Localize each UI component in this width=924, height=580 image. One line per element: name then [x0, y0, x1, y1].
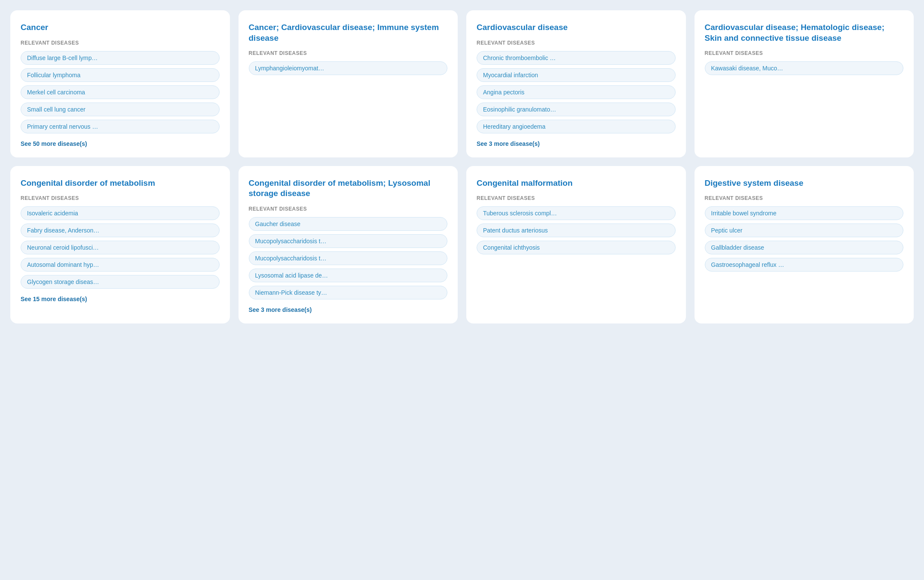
disease-tag[interactable]: Autosomal dominant hyp…: [21, 258, 220, 272]
disease-tags: Lymphangioleiomyomat…: [249, 61, 448, 75]
disease-cards-grid: CancerRelevant diseasesDiffuse large B-c…: [10, 10, 914, 323]
relevant-label: Relevant diseases: [21, 40, 220, 46]
disease-tag[interactable]: Angina pectoris: [477, 85, 676, 99]
relevant-label: Relevant diseases: [705, 195, 904, 201]
disease-tag[interactable]: Follicular lymphoma: [21, 68, 220, 82]
disease-tag[interactable]: Kawasaki disease, Muco…: [705, 61, 904, 75]
disease-tag[interactable]: Chronic thromboembolic …: [477, 51, 676, 65]
relevant-label: Relevant diseases: [477, 40, 676, 46]
disease-tag[interactable]: Gallbladder disease: [705, 241, 904, 254]
disease-tag[interactable]: Myocardial infarction: [477, 68, 676, 82]
relevant-label: Relevant diseases: [249, 50, 448, 56]
card-title: Cancer: [21, 22, 220, 33]
relevant-label: Relevant diseases: [21, 195, 220, 201]
see-more-link[interactable]: See 15 more disease(s): [21, 296, 220, 302]
disease-tag[interactable]: Peptic ulcer: [705, 224, 904, 237]
disease-tag[interactable]: Mucopolysaccharidosis t…: [249, 234, 448, 248]
see-more-link[interactable]: See 50 more disease(s): [21, 140, 220, 147]
card-digestive-system: Digestive system diseaseRelevant disease…: [695, 166, 914, 323]
disease-tag[interactable]: Gaucher disease: [249, 217, 448, 231]
disease-tag[interactable]: Tuberous sclerosis compl…: [477, 206, 676, 220]
disease-tag[interactable]: Irritable bowel syndrome: [705, 206, 904, 220]
card-title: Congenital disorder of metabolism: [21, 178, 220, 189]
card-title: Cardiovascular disease; Hematologic dise…: [705, 22, 904, 43]
card-title: Congenital disorder of metabolism; Lysos…: [249, 178, 448, 199]
disease-tags: Irritable bowel syndromePeptic ulcerGall…: [705, 206, 904, 272]
disease-tag[interactable]: Patent ductus arteriosus: [477, 224, 676, 237]
disease-tag[interactable]: Gastroesophageal reflux …: [705, 258, 904, 272]
disease-tags: Isovaleric acidemiaFabry disease, Anders…: [21, 206, 220, 289]
card-cancer-cardiovascular-immune: Cancer; Cardiovascular disease; Immune s…: [239, 10, 458, 157]
relevant-label: Relevant diseases: [705, 50, 904, 56]
disease-tag[interactable]: Isovaleric acidemia: [21, 206, 220, 220]
disease-tag[interactable]: Small cell lung cancer: [21, 103, 220, 116]
disease-tags: Kawasaki disease, Muco…: [705, 61, 904, 75]
disease-tag[interactable]: Mucopolysaccharidosis t…: [249, 251, 448, 265]
disease-tags: Gaucher diseaseMucopolysaccharidosis t…M…: [249, 217, 448, 299]
disease-tags: Chronic thromboembolic …Myocardial infar…: [477, 51, 676, 133]
disease-tag[interactable]: Lysosomal acid lipase de…: [249, 269, 448, 282]
relevant-label: Relevant diseases: [477, 195, 676, 201]
card-cancer: CancerRelevant diseasesDiffuse large B-c…: [10, 10, 230, 157]
disease-tags: Diffuse large B-cell lymp…Follicular lym…: [21, 51, 220, 133]
disease-tag[interactable]: Niemann-Pick disease ty…: [249, 286, 448, 299]
relevant-label: Relevant diseases: [249, 206, 448, 212]
disease-tag[interactable]: Fabry disease, Anderson…: [21, 224, 220, 237]
card-title: Congenital malformation: [477, 178, 676, 189]
disease-tag[interactable]: Eosinophilic granulomato…: [477, 103, 676, 116]
disease-tag[interactable]: Hereditary angioedema: [477, 120, 676, 133]
card-congenital-metabolism: Congenital disorder of metabolismRelevan…: [10, 166, 230, 323]
card-title: Digestive system disease: [705, 178, 904, 189]
card-title: Cancer; Cardiovascular disease; Immune s…: [249, 22, 448, 43]
card-congenital-malformation: Congenital malformationRelevant diseases…: [466, 166, 686, 323]
disease-tag[interactable]: Congenital ichthyosis: [477, 241, 676, 254]
disease-tag[interactable]: Glycogen storage diseas…: [21, 275, 220, 289]
disease-tag[interactable]: Diffuse large B-cell lymp…: [21, 51, 220, 65]
disease-tag[interactable]: Lymphangioleiomyomat…: [249, 61, 448, 75]
card-cardiovascular: Cardiovascular diseaseRelevant diseasesC…: [466, 10, 686, 157]
disease-tag[interactable]: Neuronal ceroid lipofusci…: [21, 241, 220, 254]
card-congenital-metabolism-lysosomal: Congenital disorder of metabolism; Lysos…: [239, 166, 458, 323]
disease-tag[interactable]: Primary central nervous …: [21, 120, 220, 133]
see-more-link[interactable]: See 3 more disease(s): [249, 306, 448, 313]
card-cardiovascular-hematologic-skin: Cardiovascular disease; Hematologic dise…: [695, 10, 914, 157]
disease-tags: Tuberous sclerosis compl…Patent ductus a…: [477, 206, 676, 254]
card-title: Cardiovascular disease: [477, 22, 676, 33]
see-more-link[interactable]: See 3 more disease(s): [477, 140, 676, 147]
disease-tag[interactable]: Merkel cell carcinoma: [21, 85, 220, 99]
